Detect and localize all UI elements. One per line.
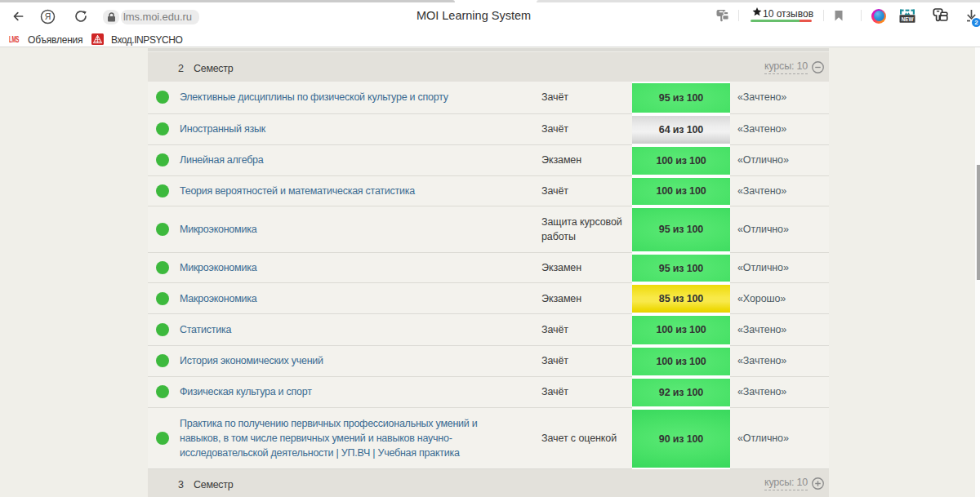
svg-text:NEW: NEW bbox=[902, 16, 914, 22]
svg-text:Я: Я bbox=[45, 11, 51, 21]
